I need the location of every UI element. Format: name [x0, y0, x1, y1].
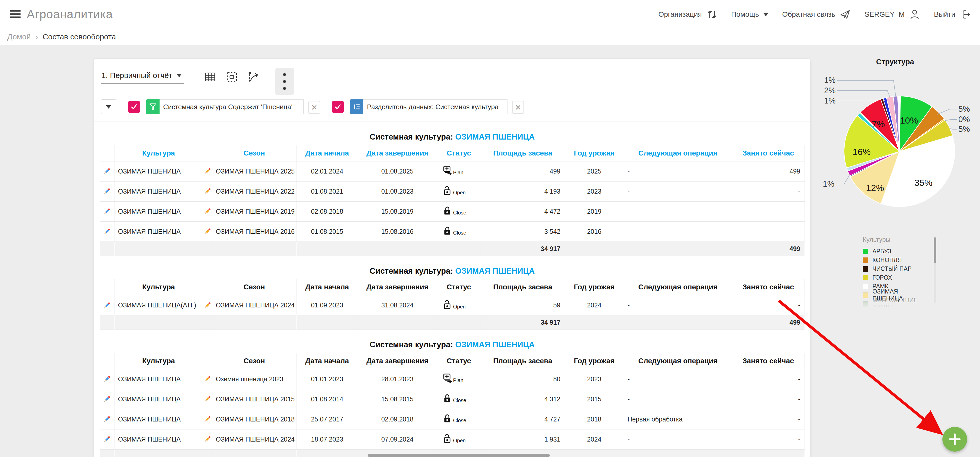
- status-open: Open: [442, 185, 466, 196]
- column-header[interactable]: Статус: [437, 279, 481, 295]
- edit-season-icon[interactable]: [203, 187, 212, 194]
- column-header[interactable]: Дата завершения: [358, 279, 437, 295]
- column-header[interactable]: Сезон: [212, 279, 296, 295]
- column-header[interactable]: Статус: [437, 145, 481, 161]
- occupied-cell: -: [732, 369, 805, 389]
- column-header[interactable]: Статус: [437, 353, 481, 369]
- filter1-checkbox[interactable]: [128, 101, 140, 113]
- filter-expression-input[interactable]: Системная культура Содержит 'Пшеница': [159, 99, 304, 114]
- next-operation-cell: -: [624, 389, 732, 409]
- edit-culture-icon[interactable]: [103, 227, 111, 234]
- date-end-cell: 15.08.2015: [358, 389, 437, 409]
- column-header[interactable]: [100, 145, 114, 161]
- edit-season-icon[interactable]: [203, 395, 212, 402]
- menu-item-help[interactable]: Помощь: [731, 10, 769, 19]
- edit-culture-icon[interactable]: [103, 375, 111, 382]
- menu-item-organization[interactable]: Организация: [658, 8, 718, 20]
- report-select[interactable]: 1. Первичный отчёт: [101, 70, 184, 84]
- edit-season-icon[interactable]: [203, 207, 212, 215]
- filter2-checkbox[interactable]: [332, 101, 344, 113]
- column-header[interactable]: Дата завершения: [358, 353, 437, 369]
- add-button[interactable]: [942, 427, 967, 452]
- column-header[interactable]: Сезон: [212, 145, 296, 161]
- menu-item-user[interactable]: SERGEY_M: [864, 8, 921, 20]
- column-header[interactable]: [203, 279, 212, 295]
- filter2-remove-button[interactable]: ✕: [512, 101, 524, 114]
- section-title-value[interactable]: ОЗИМАЯ ПШЕНИЦА: [455, 266, 535, 275]
- table-row: ОЗИМАЯ ПШЕНИЦА(АТГ) ОЗИМАЯ ПШЕНИЦА 2024 …: [100, 295, 805, 315]
- column-header[interactable]: Культура: [114, 353, 203, 369]
- menu-item-logout[interactable]: Выйти: [934, 8, 971, 20]
- column-header[interactable]: Год урожая: [565, 279, 624, 295]
- table-header: КультураСезонДата началаДата завершенияС…: [100, 353, 805, 369]
- column-header[interactable]: Год урожая: [565, 145, 624, 161]
- edit-season-icon[interactable]: [203, 167, 212, 174]
- column-header[interactable]: [100, 353, 114, 369]
- column-header[interactable]: Площадь засева: [481, 279, 565, 295]
- season-cell: ОЗИМАЯ ПШЕНИЦА 2022: [212, 181, 296, 201]
- edit-season-icon[interactable]: [203, 301, 212, 308]
- breadcrumb-separator: ›: [35, 32, 38, 41]
- column-header[interactable]: Год урожая: [565, 353, 624, 369]
- legend-item[interactable]: КОНОПЛЯ: [863, 256, 930, 264]
- table-row: ОЗИМАЯ ПШЕНИЦА ОЗИМАЯ ПШЕНИЦА 2019 02.08…: [100, 201, 805, 221]
- edit-season-icon[interactable]: [203, 415, 212, 422]
- column-header[interactable]: Следующая операция: [624, 145, 732, 161]
- filter1-remove-button[interactable]: ✕: [308, 101, 320, 114]
- column-header[interactable]: Следующая операция: [624, 279, 732, 295]
- column-header[interactable]: Занято сейчас: [732, 145, 805, 161]
- legend-item[interactable]: АРБУЗ: [863, 247, 930, 256]
- date-end-cell: 02.09.2018: [358, 409, 437, 429]
- column-header[interactable]: [100, 279, 114, 295]
- edit-season-icon[interactable]: [203, 435, 212, 442]
- column-header[interactable]: Площадь засева: [481, 145, 565, 161]
- more-options-button[interactable]: [275, 68, 294, 95]
- section-title-value[interactable]: ОЗИМАЯ ПШЕНИЦА: [455, 340, 535, 349]
- edit-season-icon[interactable]: [203, 227, 212, 234]
- edit-culture-icon[interactable]: [103, 415, 111, 422]
- edit-culture-icon[interactable]: [103, 207, 111, 215]
- column-header[interactable]: [203, 353, 212, 369]
- area-cell: 4 472: [481, 201, 565, 221]
- column-header[interactable]: Занято сейчас: [732, 353, 805, 369]
- export-arrow-icon[interactable]: [247, 70, 260, 83]
- column-header[interactable]: Дата завершения: [358, 145, 437, 161]
- culture-cell: ОЗИМАЯ ПШЕНИЦА: [114, 201, 203, 221]
- edit-culture-icon[interactable]: [103, 301, 111, 308]
- column-header[interactable]: Следующая операция: [624, 353, 732, 369]
- edit-culture-icon[interactable]: [103, 167, 111, 174]
- column-header[interactable]: Дата начала: [296, 145, 358, 161]
- edit-culture-icon[interactable]: [103, 435, 111, 442]
- column-header[interactable]: Дата начала: [296, 353, 358, 369]
- legend-scrollbar-thumb[interactable]: [934, 237, 936, 263]
- callout-line: [836, 175, 850, 184]
- column-header[interactable]: Культура: [114, 279, 203, 295]
- menu-icon[interactable]: [10, 10, 21, 19]
- edit-season-cell: [203, 389, 212, 409]
- slice-label: 7%: [872, 119, 885, 129]
- column-header[interactable]: Дата начала: [296, 279, 358, 295]
- horizontal-scrollbar-thumb[interactable]: [368, 454, 550, 457]
- menu-item-feedback[interactable]: Обратная связь: [782, 8, 851, 20]
- legend-item[interactable]: ЧИСТЫЙ ПАР: [863, 264, 930, 273]
- callout-label: 1%: [823, 180, 834, 188]
- column-header[interactable]: Площадь засева: [481, 353, 565, 369]
- edit-season-icon[interactable]: [203, 375, 212, 382]
- area-cell: 59: [481, 295, 565, 315]
- total-occupied-cell: 499: [732, 242, 805, 256]
- splitter-expression-input[interactable]: Разделитель данных: Системная культура: [363, 99, 508, 114]
- section-title-value[interactable]: ОЗИМАЯ ПШЕНИЦА: [455, 132, 535, 141]
- column-header[interactable]: Культура: [114, 145, 203, 161]
- column-header[interactable]: [203, 145, 212, 161]
- table-row: ОЗИМАЯ ПШЕНИЦА ОЗИМАЯ ПШЕНИЦА 2024 18.07…: [100, 429, 805, 449]
- legend-item[interactable]: ГОРОХ: [863, 273, 930, 282]
- table-view-icon[interactable]: [204, 70, 217, 83]
- column-header[interactable]: Сезон: [212, 353, 296, 369]
- breadcrumb-home[interactable]: Домой: [7, 32, 30, 41]
- column-header[interactable]: Занято сейчас: [732, 279, 805, 295]
- filter-dropdown-button[interactable]: [101, 99, 116, 114]
- legend-swatch: [863, 258, 868, 263]
- edit-culture-icon[interactable]: [103, 395, 111, 402]
- focus-mode-icon[interactable]: [226, 70, 238, 83]
- edit-culture-icon[interactable]: [103, 187, 111, 194]
